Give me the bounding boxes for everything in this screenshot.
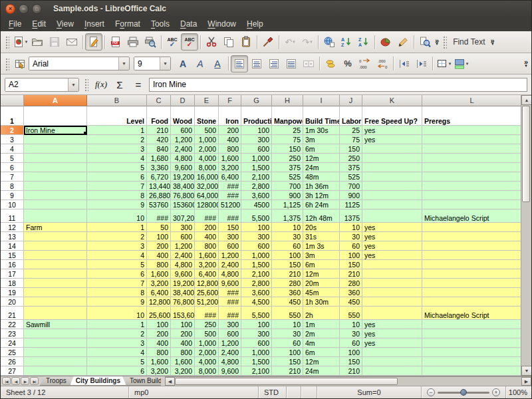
row-header-22[interactable]: 22 xyxy=(1,320,24,329)
cell-K6[interactable] xyxy=(362,163,422,172)
paste-button[interactable] xyxy=(237,33,255,51)
cell-D23[interactable]: 200 xyxy=(171,329,195,338)
cell-I9[interactable]: 3h 12m xyxy=(303,191,340,200)
row-header-20[interactable]: 20 xyxy=(1,297,24,307)
window-close-button[interactable]: × xyxy=(5,4,15,14)
cell-D8[interactable]: 38,400 xyxy=(171,182,195,191)
cell-J22[interactable]: 10 xyxy=(340,320,362,329)
row-header-26[interactable]: 26 xyxy=(1,357,24,366)
window-maximize-button[interactable]: □ xyxy=(32,4,42,14)
cell-J14[interactable]: 60 xyxy=(340,241,362,251)
cell-K25[interactable] xyxy=(362,348,422,357)
menu-window[interactable]: Window xyxy=(202,18,241,30)
cell-H18[interactable]: 280 xyxy=(272,279,303,288)
cell-A14[interactable] xyxy=(24,241,87,251)
column-header-B[interactable]: B xyxy=(87,95,147,106)
cell-L6[interactable] xyxy=(422,163,521,172)
cell-E10[interactable]: 128000 xyxy=(195,200,219,209)
cell-B19[interactable]: 8 xyxy=(87,288,147,297)
cell-L9[interactable] xyxy=(422,191,521,200)
row-header-19[interactable]: 19 xyxy=(1,288,24,297)
cell-F4[interactable]: 800 xyxy=(219,144,241,154)
undo-button[interactable]: ↶▾ xyxy=(281,33,299,51)
cell-H9[interactable]: 900 xyxy=(272,191,303,200)
cell-J23[interactable]: 30 xyxy=(340,329,362,338)
cell-K16[interactable] xyxy=(362,260,422,269)
add-decimal-button[interactable]: 0.000 xyxy=(356,55,374,72)
cell-C7[interactable]: 6,720 xyxy=(147,172,171,182)
cell-E19[interactable]: 25,600 xyxy=(195,288,219,297)
cell-K26[interactable] xyxy=(362,357,422,366)
cell-D4[interactable]: 2,400 xyxy=(171,144,195,154)
cell-B1[interactable]: Level xyxy=(87,106,147,126)
cell-A26[interactable] xyxy=(24,357,87,366)
cell-D6[interactable]: 9,600 xyxy=(171,163,195,172)
cell-D27[interactable]: 3,200 xyxy=(171,366,195,376)
column-header-G[interactable]: G xyxy=(241,95,272,106)
auto-spellcheck-button[interactable]: ABC✓ xyxy=(181,33,198,51)
redo-dropdown[interactable]: ▾ xyxy=(310,39,313,45)
cell-K21[interactable] xyxy=(362,307,422,320)
cell-K23[interactable]: yes xyxy=(362,329,422,338)
cell-I4[interactable]: 6m xyxy=(303,144,340,154)
row-header-1[interactable]: 1 xyxy=(1,106,24,126)
cell-G26[interactable]: 1,500 xyxy=(241,357,272,366)
sheet-tab-city-buildings[interactable]: City Buildings xyxy=(70,376,126,386)
cell-F6[interactable]: 3,200 xyxy=(219,163,241,172)
cell-E11[interactable]: ### xyxy=(195,209,219,223)
cell-H11[interactable]: 1,375 xyxy=(272,209,303,223)
cell-I26[interactable]: 12m xyxy=(303,357,340,366)
cell-J6[interactable]: 375 xyxy=(340,163,362,172)
cell-B25[interactable]: 4 xyxy=(87,348,147,357)
font-name-combo[interactable]: ▼ xyxy=(29,57,130,70)
menu-insert[interactable]: Insert xyxy=(79,18,110,30)
cell-K9[interactable] xyxy=(362,191,422,200)
find-toolbar-overflow-button[interactable]: »▾ xyxy=(491,39,495,46)
cell-K24[interactable]: yes xyxy=(362,338,422,348)
cell-F17[interactable]: 4,800 xyxy=(219,269,241,279)
cell-E2[interactable]: 500 xyxy=(195,126,219,135)
sheet-tab-town-buildings[interactable]: Town Buildings xyxy=(124,376,161,386)
cell-H12[interactable]: 10 xyxy=(272,223,303,232)
cell-D14[interactable]: 1,200 xyxy=(171,241,195,251)
cell-D19[interactable]: 38,400 xyxy=(171,288,195,297)
cell-C23[interactable]: 200 xyxy=(147,329,171,338)
cell-J18[interactable]: 280 xyxy=(340,279,362,288)
align-left-button[interactable] xyxy=(231,55,248,72)
formatting-overflow-button[interactable]: »▾ xyxy=(524,60,528,67)
row-header-4[interactable]: 4 xyxy=(1,144,24,154)
column-header-A[interactable]: A xyxy=(24,95,87,106)
cell-C12[interactable]: 50 xyxy=(147,223,171,232)
cell-L22[interactable] xyxy=(422,320,521,329)
function-button[interactable]: = xyxy=(130,77,146,92)
cut-button[interactable] xyxy=(203,33,220,51)
email-button[interactable] xyxy=(63,33,80,51)
zoom-in-button[interactable]: + xyxy=(492,388,500,396)
cell-F11[interactable]: ### xyxy=(219,209,241,223)
cell-A21[interactable] xyxy=(24,307,87,320)
cell-D1[interactable]: Wood xyxy=(171,106,195,126)
cell-F27[interactable]: 9,600 xyxy=(219,366,241,376)
horizontal-scrollbar-thumb[interactable] xyxy=(175,378,398,385)
cell-F5[interactable]: 1,600 xyxy=(219,154,241,163)
cell-D20[interactable]: 76,800 xyxy=(171,297,195,307)
cell-H27[interactable]: 210 xyxy=(272,366,303,376)
cell-I17[interactable]: 12m xyxy=(303,269,340,279)
print-button[interactable] xyxy=(124,33,142,51)
cell-I11[interactable]: 12h 48m xyxy=(303,209,340,223)
status-selection-mode[interactable]: STD xyxy=(259,386,287,398)
sum-button[interactable]: Σ xyxy=(112,77,128,92)
cell-L21[interactable]: Michaelangelo Script xyxy=(422,307,521,320)
cell-G23[interactable]: 300 xyxy=(241,329,272,338)
cell-G13[interactable]: 300 xyxy=(241,232,272,241)
cell-K13[interactable]: yes xyxy=(362,232,422,241)
cell-L15[interactable] xyxy=(422,251,521,260)
cell-E3[interactable]: 1,000 xyxy=(195,135,219,144)
row-header-14[interactable]: 14 xyxy=(1,241,24,251)
cell-L18[interactable] xyxy=(422,279,521,288)
name-box-input[interactable] xyxy=(5,78,68,91)
cell-D21[interactable]: 153,600 xyxy=(171,307,195,320)
cell-D10[interactable]: 153600 xyxy=(171,200,195,209)
cell-A6[interactable] xyxy=(24,163,87,172)
cell-D24[interactable]: 400 xyxy=(171,338,195,348)
